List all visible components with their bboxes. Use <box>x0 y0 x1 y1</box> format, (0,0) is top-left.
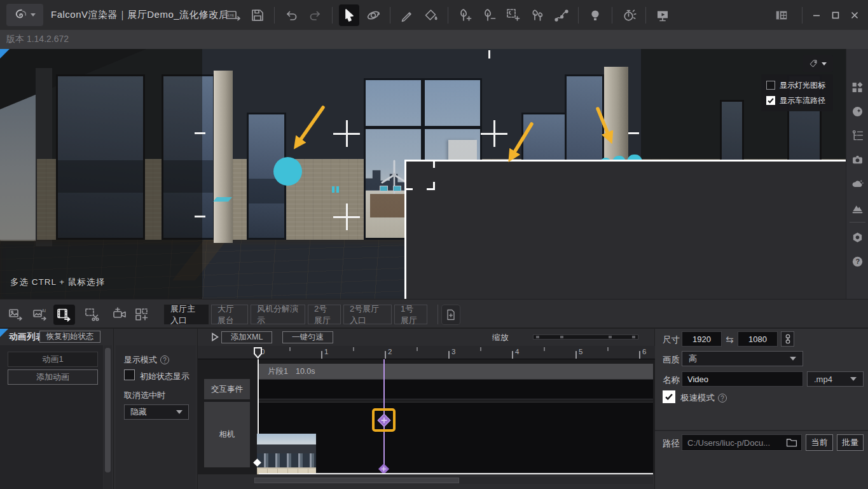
select-tool-button[interactable] <box>339 4 359 26</box>
layout-panels-button[interactable] <box>772 4 791 26</box>
toolbar-separator <box>390 7 390 24</box>
minimize-button[interactable] <box>807 4 826 26</box>
checkbox-unchecked[interactable] <box>766 81 775 90</box>
chevron-down-icon <box>31 13 36 17</box>
scene-tab-hall2[interactable]: 2号展厅 <box>308 305 341 324</box>
initial-state-checkbox[interactable] <box>124 369 135 380</box>
add-storyboard-button[interactable] <box>131 305 153 325</box>
add-scene-button[interactable] <box>441 305 460 325</box>
add-camera-view-button[interactable] <box>109 305 131 325</box>
timeline-zoom-slider[interactable] <box>533 334 638 340</box>
frame-tick-left <box>195 132 205 134</box>
weather-icon[interactable] <box>851 177 864 191</box>
display-options-menu: 显示灯光图标 显示车流路径 <box>761 74 833 111</box>
close-button[interactable] <box>845 4 864 26</box>
tag-icon <box>809 59 818 69</box>
clip-segment[interactable]: 片段110.0s <box>259 364 653 379</box>
scrollbar-vertical[interactable] <box>104 345 112 489</box>
camera-keyframe-thumbnail[interactable] <box>257 434 316 474</box>
lock-aspect-button[interactable] <box>781 331 794 347</box>
display-options-button[interactable] <box>803 55 833 72</box>
reset-initial-state-button[interactable]: 恢复初始状态 <box>39 331 100 343</box>
help-icon[interactable]: ? <box>851 255 864 268</box>
deselect-mode-dropdown[interactable]: 隐藏 <box>124 404 189 420</box>
menu-item-show-lights[interactable]: 显示灯光图标 <box>766 78 828 93</box>
timeline-ruler[interactable]: 0 1 2 3 4 5 6 <box>198 346 655 359</box>
remove-vegetation-button[interactable] <box>479 4 499 26</box>
help-circle-icon[interactable]: ? <box>160 355 169 364</box>
material-sphere-icon[interactable] <box>851 105 864 118</box>
toolbar-separator <box>802 7 803 24</box>
scene-tab-turbine-demo[interactable]: 风机分解演示 <box>251 305 305 324</box>
settings-icon[interactable] <box>851 231 864 244</box>
hierarchy-icon[interactable] <box>851 129 864 142</box>
timer-tool-button[interactable] <box>619 4 639 26</box>
scene-tab-hall2-entrance[interactable]: 2号展厅入口 <box>343 305 392 324</box>
swap-dimensions-icon[interactable]: ⇆ <box>726 334 734 345</box>
scene-tab-main-entrance[interactable]: 展厅主入口 <box>164 305 209 324</box>
undo-button[interactable] <box>281 4 301 26</box>
width-input[interactable] <box>682 331 722 347</box>
path-input[interactable] <box>682 434 802 451</box>
uniform-speed-button[interactable]: 一键匀速 <box>282 331 333 343</box>
orbit-tool-button[interactable] <box>363 4 383 26</box>
add-xml-button[interactable]: 添加XML <box>221 331 272 343</box>
toolbar-separator <box>332 7 333 24</box>
crop-image-button[interactable] <box>81 305 103 325</box>
bottom-section: 动画列表 恢复初始状态 动画1 添加动画 动画属性 <box>0 329 868 489</box>
version-bar: 版本 1.14.2.672 <box>0 30 868 49</box>
events-track[interactable] <box>259 379 653 399</box>
maximize-button[interactable] <box>826 4 845 26</box>
presentation-display-button[interactable] <box>652 4 673 26</box>
vegetation-brush-button[interactable] <box>527 4 548 26</box>
chevron-down-icon <box>850 377 857 381</box>
panel-divider <box>655 430 868 431</box>
path-tool-button[interactable] <box>551 4 572 26</box>
format-dropdown[interactable]: .mp4 <box>807 371 864 387</box>
marker-cyan-circle[interactable] <box>273 157 302 186</box>
toolbar-separator <box>578 7 579 24</box>
animation-item[interactable]: 动画1 <box>8 352 98 367</box>
export-exe-button[interactable]: EXE <box>223 4 244 26</box>
save-button[interactable] <box>247 4 268 26</box>
play-button[interactable] <box>204 333 211 341</box>
scrollbar-thumb[interactable] <box>254 478 459 483</box>
redo-button[interactable] <box>305 4 326 26</box>
timeline-tracks[interactable]: 片段110.0s 交互事件 相机 <box>198 359 655 474</box>
batch-export-button[interactable]: 批量 <box>837 434 864 451</box>
camera-track[interactable] <box>259 402 653 473</box>
pen-tool-button[interactable] <box>397 4 417 26</box>
playhead-marker[interactable] <box>254 347 262 359</box>
scene-tab-hall1[interactable]: 1号展厅 <box>394 305 427 324</box>
crosshair-marker <box>333 203 360 230</box>
height-input[interactable] <box>738 331 778 347</box>
scrollbar-horizontal[interactable] <box>254 477 653 484</box>
export-image-button[interactable] <box>5 305 27 325</box>
path-label: 路径 <box>663 438 680 450</box>
camera-icon[interactable] <box>851 153 864 167</box>
app-menu-button[interactable] <box>6 4 43 26</box>
export-video-button[interactable] <box>53 305 75 325</box>
name-input[interactable] <box>682 371 803 387</box>
viewport-3d[interactable]: 点击开门 <box>0 49 846 299</box>
current-path-button[interactable]: 当前 <box>806 434 833 451</box>
components-icon[interactable] <box>851 81 864 94</box>
light-tool-button[interactable] <box>585 4 605 26</box>
browse-folder-icon[interactable] <box>786 438 797 450</box>
keyframe-diamond-selected[interactable] <box>377 413 391 427</box>
scene-tab-hall-stage[interactable]: 大厅展台 <box>211 305 248 324</box>
frame-tick-top <box>488 50 490 59</box>
select-vegetation-button[interactable] <box>503 4 523 26</box>
quality-dropdown[interactable]: 高 <box>682 351 803 366</box>
menu-item-show-traffic[interactable]: 显示车流路径 <box>766 93 828 108</box>
help-circle-icon[interactable]: ? <box>718 394 727 403</box>
terrain-icon[interactable] <box>851 202 864 215</box>
track-label-camera: 相机 <box>204 402 250 467</box>
zoom-label: 缩放 <box>492 332 509 343</box>
add-vegetation-button[interactable] <box>455 4 475 26</box>
paint-bucket-button[interactable] <box>421 4 441 26</box>
export-ai-image-button[interactable]: AI <box>29 305 51 325</box>
add-animation-button[interactable]: 添加动画 <box>8 369 98 385</box>
turbo-mode-checkbox[interactable] <box>663 390 675 403</box>
checkbox-checked[interactable] <box>766 96 775 105</box>
